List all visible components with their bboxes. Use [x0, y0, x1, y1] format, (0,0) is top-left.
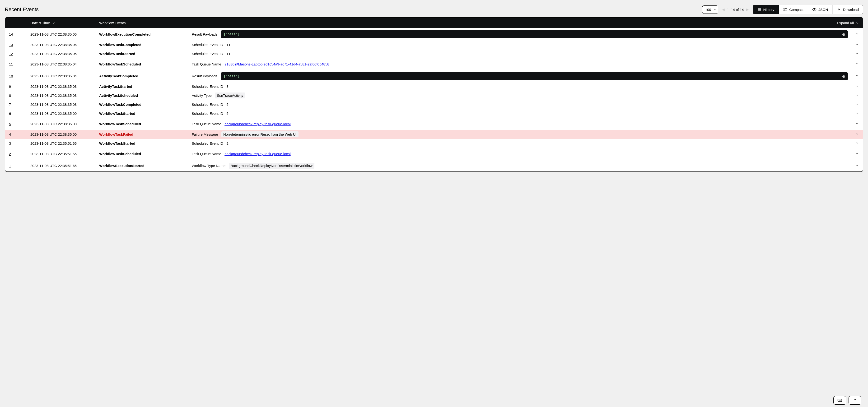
column-events[interactable]: Workflow Events: [99, 21, 192, 25]
page-title: Recent Events: [5, 6, 39, 12]
event-id-link[interactable]: 9: [9, 85, 11, 89]
row-expand-button[interactable]: [849, 152, 859, 156]
detail-label: Result Payloads: [192, 32, 217, 36]
event-name: WorkflowTaskStarted: [99, 142, 192, 146]
table-row[interactable]: 1 2023-11-08 UTC 22:35:51.65 WorkflowExe…: [5, 160, 863, 171]
event-timestamp: 2023-11-08 UTC 22:38:35.03: [30, 102, 99, 106]
event-name: WorkflowTaskStarted: [99, 52, 192, 56]
event-id-link[interactable]: 8: [9, 93, 11, 97]
table-row[interactable]: 10 2023-11-08 UTC 22:38:35.04 ActivityTa…: [5, 70, 863, 82]
table-row[interactable]: 13 2023-11-08 UTC 22:38:35.06 WorkflowTa…: [5, 40, 863, 49]
table-row[interactable]: 12 2023-11-08 UTC 22:38:35.05 WorkflowTa…: [5, 49, 863, 58]
event-id-link[interactable]: 4: [9, 132, 11, 136]
row-expand-button[interactable]: [849, 163, 859, 168]
row-expand-button[interactable]: [849, 84, 859, 89]
compact-button[interactable]: Compact: [779, 5, 808, 14]
compact-button-label: Compact: [789, 8, 803, 11]
detail-value: 2: [227, 142, 228, 146]
event-timestamp: 2023-11-08 UTC 22:38:35.00: [30, 122, 99, 126]
payload-box: ["pass"]: [221, 30, 848, 38]
column-date-label: Date & Time: [30, 21, 50, 25]
row-expand-button[interactable]: [849, 62, 859, 66]
column-date[interactable]: Date & Time: [30, 21, 99, 25]
svg-rect-4: [784, 10, 785, 11]
json-button[interactable]: JSON: [808, 5, 832, 14]
table-row[interactable]: 6 2023-11-08 UTC 22:38:35.00 WorkflowTas…: [5, 109, 863, 118]
event-id-link[interactable]: 12: [9, 52, 13, 56]
event-name: ActivityTaskStarted: [99, 85, 192, 89]
pager-next-icon[interactable]: ▶: [746, 8, 749, 11]
detail-label: Activity Type: [192, 93, 212, 97]
expand-all-button[interactable]: Expand All: [837, 21, 859, 25]
event-name: WorkflowExecutionStarted: [99, 164, 192, 168]
chevron-down-icon: [52, 21, 55, 25]
table-row[interactable]: 3 2023-11-08 UTC 22:35:51.65 WorkflowTas…: [5, 139, 863, 148]
event-timestamp: 2023-11-08 UTC 22:38:35.05: [30, 52, 99, 56]
event-timestamp: 2023-11-08 UTC 22:38:35.00: [30, 132, 99, 136]
row-expand-button[interactable]: [849, 122, 859, 126]
detail-label: Task Queue Name: [192, 152, 221, 156]
event-name: WorkflowTaskStarted: [99, 112, 192, 116]
table-row[interactable]: 9 2023-11-08 UTC 22:38:35.03 ActivityTas…: [5, 82, 863, 91]
detail-label: Workflow Type Name: [192, 164, 225, 168]
table-row[interactable]: 2 2023-11-08 UTC 22:35:51.65 WorkflowTas…: [5, 148, 863, 160]
detail-label: Scheduled Event ID: [192, 43, 223, 47]
row-expand-button[interactable]: [849, 74, 859, 78]
event-name: WorkflowTaskCompleted: [99, 43, 192, 47]
event-name: WorkflowTaskScheduled: [99, 122, 192, 126]
table-row[interactable]: 14 2023-11-08 UTC 22:38:35.06 WorkflowEx…: [5, 28, 863, 40]
table-row[interactable]: 5 2023-11-08 UTC 22:38:35.00 WorkflowTas…: [5, 118, 863, 130]
event-id-link[interactable]: 14: [9, 32, 13, 36]
payload-value: ["pass"]: [223, 74, 240, 78]
event-id-link[interactable]: 7: [9, 102, 11, 106]
pager-prev-icon[interactable]: ◀: [722, 8, 725, 11]
event-name: WorkflowTaskScheduled: [99, 62, 192, 66]
event-id-link[interactable]: 1: [9, 164, 11, 168]
event-id-link[interactable]: 11: [9, 62, 13, 66]
detail-badge: BackgroundCheckReplayNonDeterministicWor…: [229, 163, 314, 169]
event-name: WorkflowTaskScheduled: [99, 152, 192, 156]
row-expand-button[interactable]: [849, 42, 859, 47]
download-button-label: Download: [843, 8, 859, 11]
history-button[interactable]: History: [753, 5, 779, 14]
event-timestamp: 2023-11-08 UTC 22:38:35.04: [30, 62, 99, 66]
event-id-link[interactable]: 2: [9, 152, 11, 156]
row-expand-button[interactable]: [849, 111, 859, 116]
detail-link[interactable]: 91830@Masons-Laptop:ed1c54a9-ac71-41d4-a…: [224, 62, 329, 66]
event-id-link[interactable]: 10: [9, 74, 13, 78]
detail-label: Failure Message: [192, 132, 218, 136]
payload-box: ["pass"]: [221, 72, 848, 80]
detail-label: Task Queue Name: [192, 62, 221, 66]
table-row[interactable]: 4 2023-11-08 UTC 22:38:35.00 WorkflowTas…: [5, 130, 863, 139]
row-expand-button[interactable]: [849, 32, 859, 36]
download-button[interactable]: Download: [832, 5, 863, 14]
column-events-label: Workflow Events: [99, 21, 126, 25]
row-expand-button[interactable]: [849, 132, 859, 136]
copy-icon[interactable]: [841, 74, 845, 78]
row-expand-button[interactable]: [849, 141, 859, 146]
detail-label: Scheduled Event ID: [192, 102, 223, 106]
detail-link[interactable]: backgroundcheck-replay-task-queue-local: [224, 122, 290, 126]
event-name: ActivityTaskCompleted: [99, 74, 192, 78]
event-timestamp: 2023-11-08 UTC 22:38:35.06: [30, 43, 99, 47]
event-id-link[interactable]: 6: [9, 112, 11, 116]
event-name: ActivityTaskScheduled: [99, 93, 192, 97]
row-expand-button[interactable]: [849, 93, 859, 98]
detail-value: 11: [227, 52, 230, 56]
row-expand-button[interactable]: [849, 102, 859, 107]
event-id-link[interactable]: 3: [9, 142, 11, 146]
event-id-link[interactable]: 13: [9, 43, 13, 47]
event-id-link[interactable]: 5: [9, 122, 11, 126]
page-size-select[interactable]: 100: [702, 5, 718, 14]
pager: ◀ 1–14 of 14 ▶: [722, 8, 749, 11]
detail-label: Scheduled Event ID: [192, 142, 223, 146]
table-row[interactable]: 11 2023-11-08 UTC 22:38:35.04 WorkflowTa…: [5, 58, 863, 70]
pager-text: 1–14 of 14: [727, 8, 744, 11]
copy-icon[interactable]: [841, 32, 845, 36]
row-expand-button[interactable]: [849, 52, 859, 56]
table-row[interactable]: 7 2023-11-08 UTC 22:38:35.03 WorkflowTas…: [5, 100, 863, 109]
table-row[interactable]: 8 2023-11-08 UTC 22:38:35.03 ActivityTas…: [5, 91, 863, 100]
detail-label: Scheduled Event ID: [192, 112, 223, 116]
detail-link[interactable]: backgroundcheck-replay-task-queue-local: [224, 152, 290, 156]
download-icon: [837, 7, 841, 11]
